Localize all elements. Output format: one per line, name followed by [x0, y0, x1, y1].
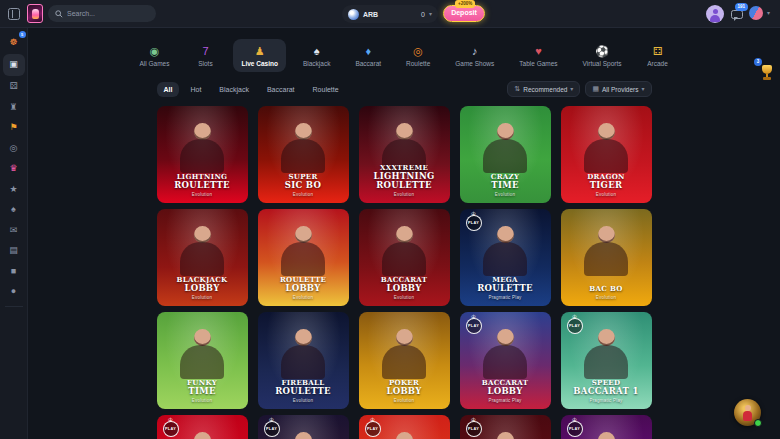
sidebar-item[interactable]: ☸ 5: [3, 32, 25, 52]
sidebar-item[interactable]: ▣: [3, 54, 25, 76]
dealer-figure: [295, 226, 312, 243]
chevron-down-icon[interactable]: ▾: [767, 10, 770, 16]
sidebar-collapse-icon[interactable]: [8, 8, 20, 20]
pragmatic-play-badge: ♔ PLAY: [365, 421, 381, 437]
game-card[interactable]: ♔ PLAY: [460, 415, 551, 439]
pragmatic-play-badge: ♔ PLAY: [163, 421, 179, 437]
category-tab[interactable]: ⚽ Virtual Sports: [575, 39, 630, 72]
sort-dropdown[interactable]: ⇅ Recommended ▾: [507, 81, 580, 97]
category-label: Slots: [198, 60, 212, 67]
search-bar[interactable]: [48, 5, 156, 22]
game-card[interactable]: ♔ PLAY SPEED BACCARAT 1 Pragmatic Play: [561, 312, 652, 409]
search-input[interactable]: [67, 10, 147, 17]
sidebar-item[interactable]: ⚄: [3, 77, 25, 97]
game-card[interactable]: SUPER SIC BO Evolution: [258, 106, 349, 203]
pragmatic-play-badge: ♔ PLAY: [264, 421, 280, 437]
filter-tab[interactable]: All: [157, 82, 180, 97]
game-card[interactable]: CRAZY TIME Evolution: [460, 106, 551, 203]
chat-icon[interactable]: [731, 10, 743, 19]
game-card[interactable]: FUNKY TIME Evolution: [157, 312, 248, 409]
category-tab[interactable]: ♪ Game Shows: [447, 39, 502, 72]
category-tab[interactable]: ◎ Roulette: [398, 39, 438, 72]
sidebar-item[interactable]: ♠: [3, 200, 25, 220]
game-card[interactable]: LIGHTNING ROULETTE Evolution: [157, 106, 248, 203]
filter-tab[interactable]: Hot: [183, 82, 208, 97]
sidebar-item[interactable]: ✉: [3, 220, 25, 240]
providers-dropdown[interactable]: ▦ All Providers ▾: [585, 81, 651, 97]
support-chat-button[interactable]: [734, 399, 761, 426]
language-flag-icon[interactable]: [749, 6, 763, 20]
avatar[interactable]: [706, 5, 724, 23]
dealer-figure: [281, 139, 325, 173]
sidebar-item[interactable]: ■: [3, 261, 25, 281]
game-provider: Evolution: [258, 398, 349, 403]
wallet-selector[interactable]: ARB 0 ▾: [342, 5, 438, 23]
chevron-down-icon: ▾: [570, 86, 573, 92]
game-provider: Evolution: [359, 192, 450, 197]
category-tab[interactable]: ◉ All Games: [131, 39, 177, 72]
filter-tab[interactable]: Roulette: [306, 82, 346, 97]
game-provider: Evolution: [258, 192, 349, 197]
sidebar-item[interactable]: ★: [3, 179, 25, 199]
game-card[interactable]: ♔ PLAY MEGA ROULETTE Pragmatic Play: [460, 209, 551, 306]
tournaments-widget[interactable]: 3: [754, 58, 776, 84]
sidebar-item[interactable]: ◎: [3, 138, 25, 158]
game-card[interactable]: ♔ PLAY: [359, 415, 450, 439]
filter-tabs: All Hot Blackjack Baccarat Roulette: [157, 82, 508, 97]
game-card[interactable]: ♔ PLAY: [561, 415, 652, 439]
wallet-currency: ARB: [363, 11, 378, 18]
game-title-block: DRAGON TIGER Evolution: [561, 173, 652, 198]
game-card[interactable]: BACCARAT LOBBY Evolution: [359, 209, 450, 306]
game-card[interactable]: FIREBALL ROULETTE Evolution: [258, 312, 349, 409]
sidebar-item[interactable]: ⚑: [3, 118, 25, 138]
filter-tab[interactable]: Baccarat: [260, 82, 302, 97]
category-tab[interactable]: ♦ Baccarat: [347, 39, 389, 72]
chat-count-badge: 191: [735, 3, 748, 11]
pragmatic-play-badge: ♔ PLAY: [466, 215, 482, 231]
sidebar-item[interactable]: ♜: [3, 97, 25, 117]
game-card[interactable]: ♔ PLAY: [157, 415, 248, 439]
category-tab[interactable]: 7 Slots: [186, 39, 224, 72]
sidebar-item-icon: ☸: [9, 38, 17, 47]
dealer-figure: [180, 345, 224, 379]
chevron-down-icon: ▾: [641, 86, 644, 92]
game-card[interactable]: ♔ PLAY: [258, 415, 349, 439]
filter-tab[interactable]: Blackjack: [212, 82, 256, 97]
dealer-figure: [598, 432, 615, 439]
dealer-figure: [382, 242, 426, 276]
dealer-figure: [497, 226, 514, 243]
game-title-line2: TIME: [460, 181, 551, 190]
sidebar-item[interactable]: ♛: [3, 159, 25, 179]
game-provider: Evolution: [460, 192, 551, 197]
game-title-line2: LOBBY: [157, 284, 248, 293]
game-title-block: ROULETTE LOBBY Evolution: [258, 276, 349, 301]
game-card[interactable]: BLACKJACK LOBBY Evolution: [157, 209, 248, 306]
category-tab[interactable]: ♥ Table Games: [511, 39, 565, 72]
game-title-block: MEGA ROULETTE Pragmatic Play: [460, 276, 551, 301]
game-card[interactable]: ♔ PLAY BACCARAT LOBBY Pragmatic Play: [460, 312, 551, 409]
play-badge-label: PLAY: [569, 427, 580, 431]
game-card[interactable]: XXXTREME LIGHTNING ROULETTE Evolution: [359, 106, 450, 203]
providers-grid-icon: ▦: [592, 85, 599, 93]
category-icon: ♦: [365, 45, 371, 57]
game-provider: Evolution: [359, 398, 450, 403]
dealer-figure: [194, 226, 211, 243]
sidebar-item[interactable]: ●: [3, 282, 25, 302]
category-tab[interactable]: ♟ Live Casino: [233, 39, 285, 72]
sidebar-item-badge: 5: [19, 31, 26, 38]
game-card[interactable]: POKER LOBBY Evolution: [359, 312, 450, 409]
category-icon: ♠: [314, 45, 320, 57]
game-card[interactable]: ROULETTE LOBBY Evolution: [258, 209, 349, 306]
crown-icon: ♔: [370, 416, 375, 423]
game-title-block: CRAZY TIME Evolution: [460, 173, 551, 198]
brand-logo[interactable]: [27, 4, 43, 23]
sidebar-item-icon: ▣: [9, 60, 18, 69]
game-card[interactable]: DRAGON TIGER Evolution: [561, 106, 652, 203]
category-icon: ♪: [472, 45, 478, 57]
game-card[interactable]: BAC BO Evolution: [561, 209, 652, 306]
dealer-figure: [295, 329, 312, 346]
category-tab[interactable]: ♠ Blackjack: [295, 39, 338, 72]
dealer-figure: [584, 139, 628, 173]
category-tab[interactable]: ⚃ Arcade: [639, 39, 677, 72]
sidebar-item[interactable]: ▤: [3, 241, 25, 261]
